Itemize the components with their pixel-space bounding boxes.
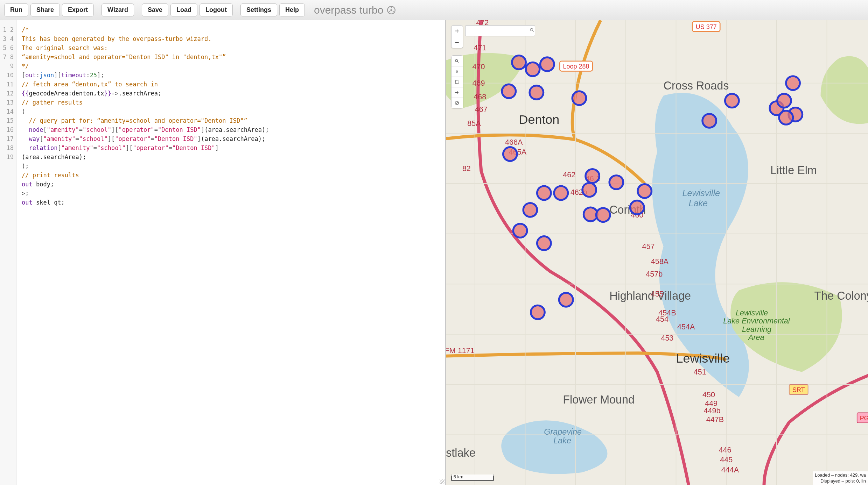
- school-marker[interactable]: [786, 76, 800, 90]
- status-loaded: Loaded – nodes: 429, wa: [815, 472, 866, 478]
- clear-icon[interactable]: [451, 98, 463, 108]
- exit-number: 82: [462, 164, 471, 173]
- exit-number: 468: [474, 92, 486, 101]
- scale-bar: 5 km: [451, 475, 494, 481]
- school-marker[interactable]: [596, 208, 610, 222]
- crosshair-icon[interactable]: [451, 66, 463, 77]
- map-label-flower-mound: Flower Mound: [563, 393, 635, 406]
- exit-number: 458A: [651, 257, 668, 266]
- school-marker[interactable]: [586, 169, 600, 183]
- school-marker[interactable]: [638, 184, 652, 198]
- code-editor[interactable]: 1 2 3 4 5 6 7 8 9 10 11 12 13 14 15 16 1…: [0, 20, 446, 485]
- school-marker[interactable]: [559, 293, 573, 307]
- settings-button[interactable]: Settings: [240, 3, 277, 16]
- svg-point-1: [391, 9, 392, 11]
- exit-number: 471: [474, 43, 486, 52]
- school-marker[interactable]: [609, 176, 623, 190]
- school-marker[interactable]: [572, 91, 586, 105]
- school-marker[interactable]: [630, 200, 644, 214]
- run-button[interactable]: Run: [4, 3, 28, 16]
- school-marker[interactable]: [779, 111, 793, 125]
- map-label-estlake: estlake: [446, 447, 476, 459]
- app-title: overpass turbo: [314, 4, 396, 16]
- shield-loop288: Loop 288: [560, 61, 592, 71]
- resize-handle-icon[interactable]: [440, 479, 444, 484]
- exit-number: 469: [472, 79, 485, 87]
- search-icon: [530, 28, 534, 34]
- shield-srt: SRT: [789, 385, 808, 395]
- school-marker[interactable]: [530, 86, 544, 100]
- map-label-cross-roads: Cross Roads: [663, 79, 729, 92]
- map-label-fm1171: FM 1171: [446, 346, 475, 355]
- map-panel[interactable]: Denton Cross Roads Little Elm Corinth Hi…: [446, 20, 868, 485]
- code-area[interactable]: /* This has been generated by the overpa…: [17, 20, 445, 485]
- exit-number: 457: [642, 242, 654, 251]
- svg-point-11: [530, 28, 533, 31]
- toggle-data-icon[interactable]: [451, 87, 463, 98]
- exit-number: 444A: [721, 465, 739, 474]
- school-marker[interactable]: [725, 94, 739, 108]
- school-marker[interactable]: [512, 56, 526, 70]
- exit-number: 454A: [677, 322, 695, 331]
- exit-number: 455: [651, 290, 663, 298]
- map-canvas[interactable]: Denton Cross Roads Little Elm Corinth Hi…: [446, 20, 868, 485]
- exit-number: 462: [563, 170, 575, 179]
- map-label-little-elm: Little Elm: [770, 164, 817, 177]
- locate-icon[interactable]: [451, 56, 463, 66]
- svg-text:PGBT: PGBT: [860, 415, 868, 422]
- export-button[interactable]: Export: [62, 3, 94, 16]
- wizard-button[interactable]: Wizard: [102, 3, 134, 16]
- school-marker[interactable]: [537, 236, 551, 250]
- scale-label: 5 km: [454, 474, 463, 479]
- exit-number: 453: [661, 334, 673, 342]
- zoom-control: + −: [451, 25, 463, 48]
- school-marker[interactable]: [503, 147, 517, 161]
- school-marker[interactable]: [777, 94, 791, 108]
- exit-number: 85A: [467, 119, 481, 128]
- app-title-text: overpass turbo: [314, 4, 383, 16]
- exit-number: 467: [475, 105, 488, 114]
- exit-number: 470: [472, 62, 485, 71]
- school-marker[interactable]: [554, 186, 568, 200]
- school-marker[interactable]: [531, 305, 545, 319]
- exit-number: 466A: [505, 138, 523, 147]
- svg-point-14: [457, 71, 457, 72]
- map-search[interactable]: [465, 25, 535, 36]
- school-marker[interactable]: [523, 203, 537, 217]
- map-search-input[interactable]: [468, 28, 530, 34]
- status-displayed: Displayed – pois: 0, lin: [815, 478, 866, 484]
- school-marker[interactable]: [582, 183, 596, 197]
- shield-pgbt: PGBT: [857, 413, 868, 423]
- exit-number: 451: [694, 368, 706, 376]
- map-label-denton: Denton: [519, 112, 559, 127]
- svg-text:Loop 288: Loop 288: [563, 63, 589, 70]
- school-marker[interactable]: [513, 224, 527, 238]
- map-label-highland-village: Highland Village: [609, 290, 691, 302]
- steering-wheel-icon: [387, 6, 396, 15]
- shield-us377: US 377: [692, 22, 720, 32]
- exit-number: 457b: [646, 270, 663, 278]
- exit-number: 449b: [704, 406, 720, 415]
- map-status: Loaded – nodes: 429, wa Displayed – pois…: [813, 471, 868, 485]
- school-marker[interactable]: [537, 186, 551, 200]
- exit-number: 445: [720, 455, 733, 464]
- logout-button[interactable]: Logout: [200, 3, 233, 16]
- svg-rect-15: [455, 80, 458, 84]
- save-button[interactable]: Save: [142, 3, 168, 16]
- zoom-out-button[interactable]: −: [451, 37, 463, 48]
- line-gutter: 1 2 3 4 5 6 7 8 9 10 11 12 13 14 15 16 1…: [0, 20, 17, 485]
- map-label-lewisville: Lewisville: [676, 351, 730, 365]
- school-marker[interactable]: [540, 57, 554, 71]
- help-button[interactable]: Help: [279, 3, 305, 16]
- select-bbox-icon[interactable]: [451, 77, 463, 87]
- exit-number: 447B: [706, 415, 723, 424]
- share-button[interactable]: Share: [30, 3, 60, 16]
- school-marker[interactable]: [526, 62, 540, 76]
- svg-text:SRT: SRT: [792, 386, 805, 393]
- map-tool-stack: [451, 55, 463, 108]
- school-marker[interactable]: [702, 114, 716, 128]
- school-marker[interactable]: [502, 84, 516, 98]
- svg-point-12: [455, 59, 457, 62]
- zoom-in-button[interactable]: +: [451, 26, 463, 37]
- load-button[interactable]: Load: [170, 3, 197, 16]
